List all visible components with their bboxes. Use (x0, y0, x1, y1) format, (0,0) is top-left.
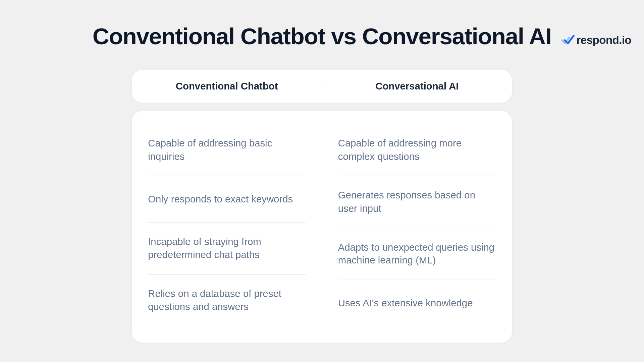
table-body: Capable of addressing basic inquiries On… (132, 111, 512, 343)
header-conversational-ai: Conversational AI (322, 80, 512, 92)
column-conversational-ai: Capable of addressing more complex quest… (322, 124, 512, 327)
table-cell: Uses AI's extensive knowledge (338, 280, 496, 327)
table-cell: Only responds to exact keywords (148, 176, 306, 223)
comparison-table: Conventional Chatbot Conversational AI C… (132, 70, 512, 343)
page-title: Conventional Chatbot vs Conversational A… (0, 23, 644, 50)
table-cell: Incapable of straying from predetermined… (148, 223, 306, 275)
table-cell: Generates responses based on user input (338, 176, 496, 228)
brand-logo: respond.io (561, 34, 631, 47)
table-cell: Capable of addressing basic inquiries (148, 124, 306, 176)
header-conventional: Conventional Chatbot (132, 80, 322, 92)
table-cell: Relies on a database of preset questions… (148, 275, 306, 326)
brand-name: respond.io (577, 34, 632, 47)
column-conventional: Capable of addressing basic inquiries On… (132, 124, 322, 327)
table-cell: Adapts to unexpected queries using machi… (338, 228, 496, 280)
table-header-row: Conventional Chatbot Conversational AI (132, 70, 512, 103)
checkmark-icon (561, 35, 575, 45)
table-cell: Capable of addressing more complex quest… (338, 124, 496, 176)
